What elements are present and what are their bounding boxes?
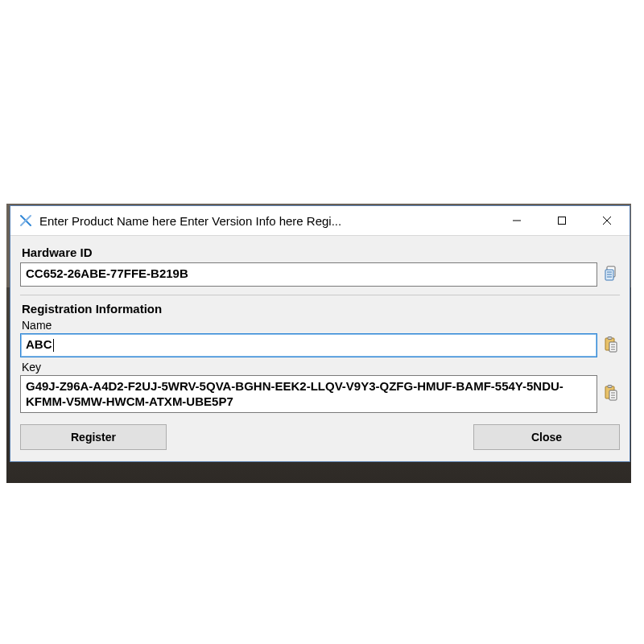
name-label: Name [22, 319, 620, 332]
maximize-button[interactable] [539, 206, 584, 235]
svg-rect-3 [559, 217, 566, 225]
dialog-buttons: Register Close [20, 424, 620, 450]
key-value: G49J-Z96A-A4D2-F2UJ-5WRV-5QVA-BGHN-EEK2-… [26, 379, 564, 408]
close-button[interactable]: Close [473, 424, 620, 450]
paste-icon [604, 385, 618, 403]
name-value: ABC [26, 337, 52, 351]
close-button-label: Close [531, 431, 562, 444]
registration-dialog: Enter Product Name here Enter Version In… [10, 205, 630, 462]
hardware-id-field[interactable]: CC652-26ABE-77FFE-B219B [20, 262, 597, 287]
paste-name-button[interactable] [602, 336, 620, 355]
window-title: Enter Product Name here Enter Version In… [39, 214, 494, 228]
window-controls [494, 206, 630, 235]
divider [20, 295, 620, 295]
text-caret [53, 339, 54, 352]
register-button-label: Register [71, 431, 116, 444]
registration-info-label: Registration Information [22, 302, 620, 316]
titlebar: Enter Product Name here Enter Version In… [10, 206, 630, 236]
hardware-id-row: CC652-26ABE-77FFE-B219B [20, 262, 620, 287]
paste-icon [604, 336, 618, 355]
name-row: ABC [20, 333, 620, 357]
hardware-id-value: CC652-26ABE-77FFE-B219B [26, 266, 188, 280]
hardware-id-label: Hardware ID [22, 246, 620, 259]
dialog-body: Hardware ID CC652-26ABE-77FFE-B219B Re [10, 236, 630, 461]
key-row: G49J-Z96A-A4D2-F2UJ-5WRV-5QVA-BGHN-EEK2-… [20, 375, 620, 413]
copy-icon [604, 266, 618, 284]
paste-key-button[interactable] [602, 385, 620, 404]
register-button[interactable]: Register [20, 424, 167, 450]
svg-rect-18 [608, 386, 612, 388]
key-label: Key [22, 361, 620, 374]
minimize-button[interactable] [494, 206, 539, 235]
key-field[interactable]: G49J-Z96A-A4D2-F2UJ-5WRV-5QVA-BGHN-EEK2-… [20, 375, 597, 413]
copy-hardware-id-button[interactable] [602, 265, 620, 284]
app-icon [19, 213, 33, 228]
name-field[interactable]: ABC [20, 333, 597, 357]
svg-rect-12 [608, 336, 612, 339]
close-window-button[interactable] [584, 206, 630, 235]
